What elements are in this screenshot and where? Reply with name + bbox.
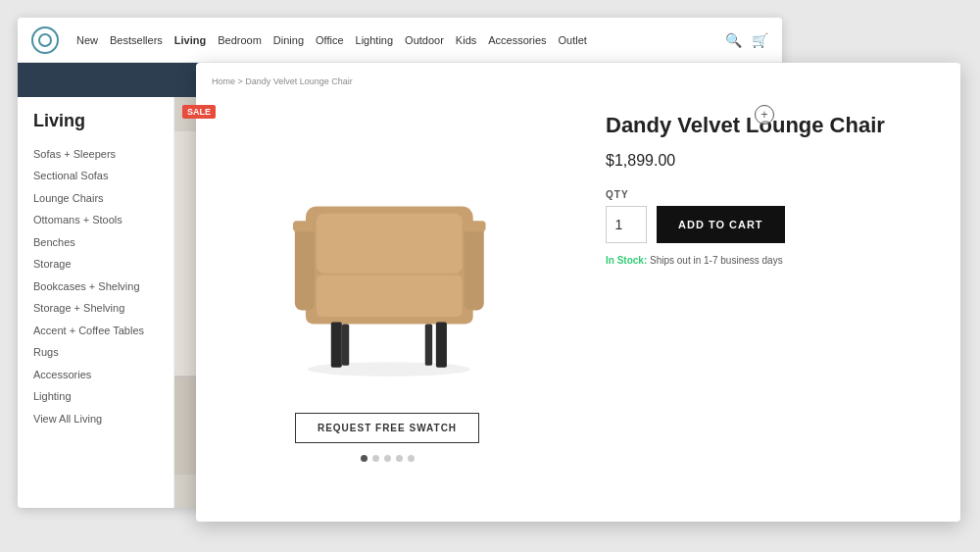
svg-rect-61 xyxy=(436,323,447,368)
nav-item-dining[interactable]: Dining xyxy=(273,34,304,46)
stock-in-stock-label: In Stock: xyxy=(606,255,647,266)
sale-badge: SALE xyxy=(182,105,216,119)
nav-item-outlet[interactable]: Outlet xyxy=(559,34,587,46)
nav-item-living[interactable]: Living xyxy=(174,34,206,46)
sidebar-item-bookcases[interactable]: Bookcases + Shelving xyxy=(33,276,158,298)
header-icons: 🔍 🛒 xyxy=(725,32,768,48)
sidebar-item-ottomans[interactable]: Ottomans + Stools xyxy=(33,209,158,231)
svg-rect-60 xyxy=(331,323,342,368)
svg-rect-58 xyxy=(293,221,317,231)
carousel-dot-1[interactable] xyxy=(361,455,368,462)
nav-item-accessories[interactable]: Accessories xyxy=(488,34,546,46)
svg-rect-55 xyxy=(317,276,463,317)
breadcrumb: Home > Dandy Velvet Lounge Chair xyxy=(212,76,353,86)
front-window: Home > Dandy Velvet Lounge Chair xyxy=(196,63,960,522)
nav-item-office[interactable]: Office xyxy=(316,34,344,46)
expand-button[interactable]: + xyxy=(755,105,774,125)
logo-inner xyxy=(38,33,52,47)
nav-links: New Bestsellers Living Bedroom Dining Of… xyxy=(76,34,708,46)
carousel-dots xyxy=(361,455,415,462)
sidebar-item-accent[interactable]: Accent + Coffee Tables xyxy=(33,320,158,342)
qty-cart-row: ADD TO CART xyxy=(606,206,933,243)
svg-rect-63 xyxy=(425,324,432,365)
nav-item-outdoor[interactable]: Outdoor xyxy=(405,34,444,46)
svg-rect-57 xyxy=(464,225,483,311)
breadcrumb-current: Dandy Velvet Lounge Chair xyxy=(245,76,353,86)
nav-item-kids[interactable]: Kids xyxy=(456,34,476,46)
product-image-section: Home > Dandy Velvet Lounge Chair xyxy=(196,63,578,522)
nav-item-new[interactable]: New xyxy=(76,34,98,46)
sidebar-item-sectional[interactable]: Sectional Sofas xyxy=(33,165,158,187)
breadcrumb-home[interactable]: Home xyxy=(212,76,235,86)
request-swatch-button[interactable]: REQUEST FREE SWATCH xyxy=(295,413,479,443)
nav-item-bedroom[interactable]: Bedroom xyxy=(218,34,262,46)
qty-label: QTY xyxy=(606,189,933,200)
sidebar-title: Living xyxy=(33,111,158,131)
sidebar-item-storage-shelving[interactable]: Storage + Shelving xyxy=(33,297,158,320)
nav-item-lighting[interactable]: Lighting xyxy=(356,34,394,46)
svg-point-64 xyxy=(308,362,470,376)
sidebar-item-lighting[interactable]: Lighting xyxy=(33,385,158,408)
svg-rect-62 xyxy=(342,324,349,365)
svg-rect-59 xyxy=(463,221,486,231)
carousel-dot-3[interactable] xyxy=(384,455,391,462)
sidebar-item-benches[interactable]: Benches xyxy=(33,231,158,254)
sidebar-item-storage[interactable]: Storage xyxy=(33,253,158,276)
svg-rect-56 xyxy=(295,225,315,311)
sidebar-item-lounge[interactable]: Lounge Chairs xyxy=(33,187,158,210)
sidebar-item-view-all[interactable]: View All Living xyxy=(33,408,158,430)
carousel-dot-4[interactable] xyxy=(396,455,403,462)
qty-input[interactable] xyxy=(606,206,647,243)
stock-detail: Ships out in 1-7 business days xyxy=(650,255,783,266)
cart-icon[interactable]: 🛒 xyxy=(752,32,768,48)
product-chair-image xyxy=(270,152,505,387)
product-info-section: Dandy Velvet Lounge Chair $1,899.00 QTY … xyxy=(578,63,960,522)
svg-rect-54 xyxy=(317,214,463,274)
sidebar-item-accessories[interactable]: Accessories xyxy=(33,364,158,386)
sidebar-item-sofas[interactable]: Sofas + Sleepers xyxy=(33,143,158,166)
stock-status: In Stock: Ships out in 1-7 business days xyxy=(606,255,933,266)
product-image-wrapper xyxy=(260,142,514,397)
add-to-cart-button[interactable]: ADD TO CART xyxy=(657,206,785,243)
carousel-dot-5[interactable] xyxy=(408,455,415,462)
site-header: New Bestsellers Living Bedroom Dining Of… xyxy=(18,18,782,63)
logo[interactable] xyxy=(31,26,59,54)
search-icon[interactable]: 🔍 xyxy=(725,32,742,48)
sidebar: Living Sofas + Sleepers Sectional Sofas … xyxy=(18,97,174,508)
product-price: $1,899.00 xyxy=(606,152,933,170)
nav-item-bestsellers[interactable]: Bestsellers xyxy=(110,34,163,46)
sidebar-item-rugs[interactable]: Rugs xyxy=(33,341,158,364)
carousel-dot-2[interactable] xyxy=(372,455,379,462)
